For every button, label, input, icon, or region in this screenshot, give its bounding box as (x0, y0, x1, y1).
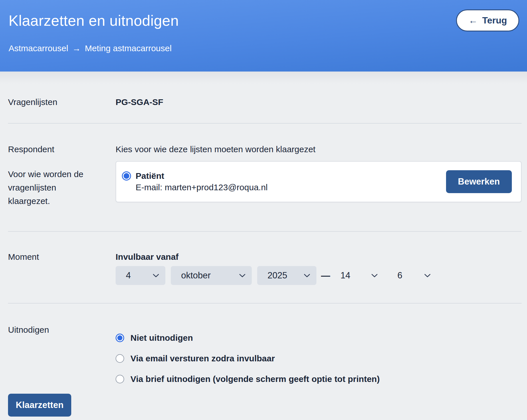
edit-button[interactable]: Bewerken (446, 170, 512, 193)
minute-select-value: 6 (397, 270, 402, 281)
breadcrumb: Astmacarrousel → Meting astmacarrousel (9, 43, 518, 53)
option-label: Via brief uitnodigen (volgende scherm ge… (130, 374, 380, 385)
date-time-separator: — (321, 270, 330, 281)
day-select-value: 4 (126, 270, 131, 281)
section-vragenlijsten: Vragenlijsten PG-SGA-SF (8, 97, 522, 108)
month-select[interactable]: oktober (171, 266, 252, 285)
option-label: Via email versturen zodra invulbaar (130, 353, 275, 364)
vragenlijsten-value: PG-SGA-SF (116, 97, 522, 108)
radio-option-via-email[interactable]: Via email versturen zodra invulbaar (116, 353, 522, 364)
respondent-instruction: Kies voor wie deze lijsten moeten worden… (116, 144, 522, 155)
page-header: Klaarzetten en uitnodigen Astmacarrousel… (0, 0, 527, 72)
divider (8, 303, 522, 304)
chevron-down-icon (304, 274, 310, 278)
header-shadow (0, 72, 527, 84)
section-moment: Moment Invulbaar vanaf 4 oktober 2025 (8, 251, 522, 285)
respondent-card: Patiënt E-mail: marten+prod123@roqua.nl … (116, 161, 522, 202)
patient-email: E-mail: marten+prod123@roqua.nl (136, 182, 268, 193)
chevron-down-icon (239, 274, 245, 278)
year-select-value: 2025 (268, 270, 287, 281)
radio-icon (116, 354, 124, 363)
minute-select[interactable]: 6 (387, 266, 435, 285)
day-select[interactable]: 4 (116, 266, 165, 285)
radio-option-via-brief[interactable]: Via brief uitnodigen (volgende scherm ge… (116, 374, 522, 385)
form: Vragenlijsten PG-SGA-SF Respondent Voor … (0, 97, 527, 417)
hour-select[interactable]: 14 (334, 266, 382, 285)
breadcrumb-current: Meting astmacarrousel (85, 43, 171, 53)
chevron-down-icon (153, 274, 159, 278)
hour-select-value: 14 (340, 270, 350, 281)
year-select[interactable]: 2025 (257, 266, 316, 285)
respondent-help-text: Voor wie worden de vragenlijsten klaarge… (8, 167, 94, 208)
vragenlijsten-label: Vragenlijsten (8, 97, 116, 108)
page: Klaarzetten en uitnodigen Astmacarrousel… (0, 0, 527, 420)
section-uitnodigen: Uitnodigen Niet uitnodigen Via email ver… (8, 324, 522, 385)
chevron-down-icon (371, 274, 378, 278)
section-respondent: Respondent Voor wie worden de vragenlijs… (8, 144, 522, 208)
breadcrumb-parent: Astmacarrousel (9, 43, 68, 53)
back-button-label: Terug (482, 15, 507, 26)
uitnodigen-label: Uitnodigen (8, 324, 116, 385)
page-title: Klaarzetten en uitnodigen (9, 12, 518, 29)
respondent-option-patient[interactable]: Patiënt E-mail: marten+prod123@roqua.nl (122, 170, 452, 193)
respondent-label: Respondent (8, 144, 116, 155)
radio-icon (116, 375, 124, 383)
divider (8, 231, 522, 232)
patient-label: Patiënt (136, 170, 268, 182)
moment-label: Moment (8, 251, 116, 285)
radio-option-niet-uitnodigen[interactable]: Niet uitnodigen (116, 332, 522, 343)
chevron-down-icon (424, 274, 431, 278)
date-time-row: 4 oktober 2025 — 14 (116, 266, 522, 285)
option-label: Niet uitnodigen (130, 332, 193, 343)
left-arrow-icon: ← (468, 15, 478, 26)
month-select-value: oktober (181, 270, 211, 281)
radio-patient[interactable] (122, 171, 131, 181)
back-button[interactable]: ← Terug (456, 9, 519, 31)
invulbaar-vanaf-label: Invulbaar vanaf (116, 251, 522, 262)
breadcrumb-arrow-icon: → (72, 43, 81, 53)
radio-icon (116, 334, 124, 342)
divider (8, 123, 522, 124)
klaarzetten-button[interactable]: Klaarzetten (8, 394, 71, 417)
